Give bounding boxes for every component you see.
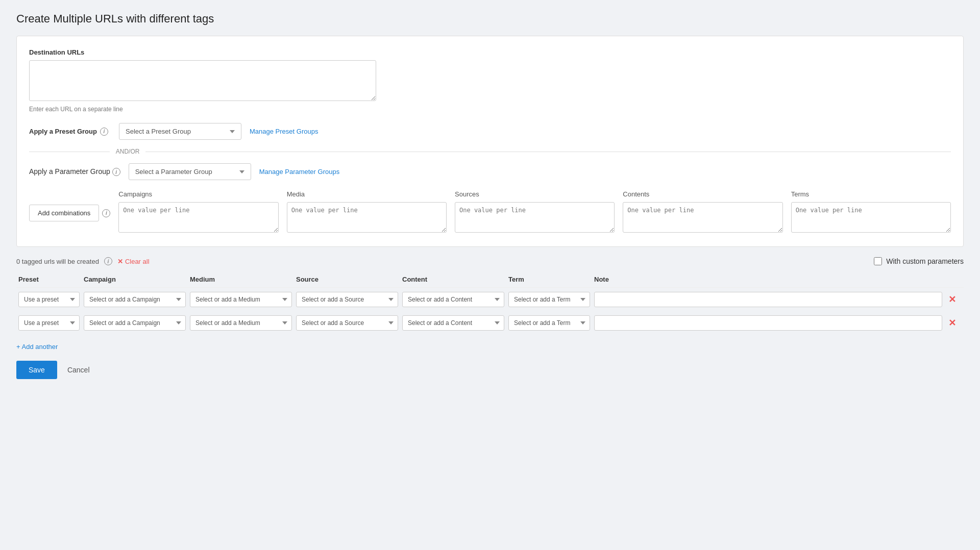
custom-params-checkbox[interactable] <box>874 257 882 265</box>
combinations-section: Add combinations i Campaigns Media Sourc… <box>29 190 951 234</box>
combo-col-header: Campaigns <box>118 190 278 198</box>
combo-col-header: Terms <box>791 190 951 198</box>
col-note-header: Note <box>594 276 942 283</box>
destination-label: Destination URLs <box>29 48 951 56</box>
campaign-dropdown-row-1[interactable]: Select or add a Campaign <box>84 315 186 331</box>
bottom-actions: Save Cancel <box>16 361 964 379</box>
preset-cell-0: Use a preset <box>18 292 80 307</box>
col-preset-header: Preset <box>18 276 80 283</box>
table-row: Use a presetSelect or add a CampaignSele… <box>16 288 964 311</box>
combo-col-media: Media <box>287 190 447 234</box>
param-group-dropdown[interactable]: Select a Parameter Group <box>129 163 251 180</box>
combo-textarea-4[interactable] <box>791 202 951 233</box>
param-group-info-icon[interactable]: i <box>112 168 120 176</box>
combo-textarea-2[interactable] <box>455 202 615 233</box>
note-input-row-0[interactable] <box>594 292 942 307</box>
add-combinations-button[interactable]: Add combinations <box>29 205 99 221</box>
delete-cell-1: ✕ <box>946 317 962 329</box>
medium-cell-1: Select or add a Medium <box>190 315 292 331</box>
medium-cell-0: Select or add a Medium <box>190 292 292 307</box>
combo-textarea-3[interactable] <box>623 202 782 233</box>
combo-textarea-1[interactable] <box>287 202 447 233</box>
add-combos-area: Add combinations i <box>29 205 110 221</box>
combinations-info-icon[interactable]: i <box>102 209 110 217</box>
combo-col-header: Sources <box>455 190 615 198</box>
combo-col-terms: Terms <box>791 190 951 234</box>
page-container: Create Multiple URLs with different tags… <box>0 0 980 391</box>
table-rows-container: Use a presetSelect or add a CampaignSele… <box>16 288 964 335</box>
campaign-dropdown-row-0[interactable]: Select or add a Campaign <box>84 292 186 307</box>
note-cell-1 <box>594 315 942 331</box>
delete-row-button-0[interactable]: ✕ <box>946 294 958 305</box>
term-cell-1: Select or add a Term <box>508 315 590 331</box>
page-title: Create Multiple URLs with different tags <box>16 12 964 26</box>
table-header-row: Preset Campaign Medium Source Content Te… <box>16 271 964 288</box>
combo-col-sources: Sources <box>455 190 615 234</box>
combo-col-header: Contents <box>623 190 782 198</box>
andor-text: AND/OR <box>116 148 140 155</box>
medium-dropdown-row-1[interactable]: Select or add a Medium <box>190 315 292 331</box>
param-group-section: Apply a Parameter Group i Select a Param… <box>29 163 951 180</box>
term-dropdown-row-1[interactable]: Select or add a Term <box>508 315 590 331</box>
col-term-header: Term <box>508 276 590 283</box>
table-top-bar: 0 tagged urls will be created i ✕ Clear … <box>16 257 964 265</box>
combo-col-contents: Contents <box>623 190 782 234</box>
param-group-label: Apply a Parameter Group <box>29 167 110 176</box>
combo-col-header: Media <box>287 190 447 198</box>
destination-hint: Enter each URL on a separate line <box>29 106 951 113</box>
custom-params-label: With custom parameters <box>886 257 964 265</box>
combo-col-campaigns: Campaigns <box>118 190 278 234</box>
destination-textarea[interactable] <box>29 60 376 101</box>
cancel-button[interactable]: Cancel <box>63 361 94 379</box>
preset-group-section: Apply a Preset Group i Select a Preset G… <box>29 123 951 140</box>
term-cell-0: Select or add a Term <box>508 292 590 307</box>
tagged-urls-count: 0 tagged urls will be created <box>16 258 99 265</box>
note-input-row-1[interactable] <box>594 315 942 331</box>
campaign-cell-0: Select or add a Campaign <box>84 292 186 307</box>
table-section: 0 tagged urls will be created i ✕ Clear … <box>16 257 964 379</box>
manage-param-groups-link[interactable]: Manage Parameter Groups <box>259 168 340 176</box>
content-cell-0: Select or add a Content <box>402 292 504 307</box>
term-dropdown-row-0[interactable]: Select or add a Term <box>508 292 590 307</box>
preset-cell-1: Use a preset <box>18 315 80 331</box>
source-cell-0: Select or add a Source <box>296 292 398 307</box>
medium-dropdown-row-0[interactable]: Select or add a Medium <box>190 292 292 307</box>
table-row: Use a presetSelect or add a CampaignSele… <box>16 311 964 335</box>
preset-dropdown-row-0[interactable]: Use a preset <box>18 292 80 307</box>
combo-textarea-0[interactable] <box>118 202 278 233</box>
preset-group-dropdown[interactable]: Select a Preset Group <box>119 123 241 140</box>
preset-group-info-icon[interactable]: i <box>100 128 108 136</box>
tagged-urls-info-icon[interactable]: i <box>104 257 112 265</box>
delete-row-button-1[interactable]: ✕ <box>946 317 958 329</box>
col-medium-header: Medium <box>190 276 292 283</box>
preset-group-label: Apply a Preset Group <box>29 128 97 135</box>
custom-params-area: With custom parameters <box>874 257 964 265</box>
add-another-link[interactable]: + Add another <box>16 343 58 351</box>
col-source-header: Source <box>296 276 398 283</box>
campaign-cell-1: Select or add a Campaign <box>84 315 186 331</box>
main-card: Destination URLs Enter each URL on a sep… <box>16 36 964 247</box>
content-dropdown-row-0[interactable]: Select or add a Content <box>402 292 504 307</box>
clear-all-x-icon: ✕ <box>117 258 123 265</box>
delete-cell-0: ✕ <box>946 294 962 305</box>
col-campaign-header: Campaign <box>84 276 186 283</box>
content-cell-1: Select or add a Content <box>402 315 504 331</box>
destination-section: Destination URLs Enter each URL on a sep… <box>29 48 951 113</box>
note-cell-0 <box>594 292 942 307</box>
source-dropdown-row-1[interactable]: Select or add a Source <box>296 315 398 331</box>
clear-all-link[interactable]: ✕ Clear all <box>117 258 150 265</box>
param-group-label-area: Apply a Parameter Group i <box>29 167 120 177</box>
source-dropdown-row-0[interactable]: Select or add a Source <box>296 292 398 307</box>
preset-dropdown-row-1[interactable]: Use a preset <box>18 315 80 331</box>
content-dropdown-row-1[interactable]: Select or add a Content <box>402 315 504 331</box>
table-top-left: 0 tagged urls will be created i ✕ Clear … <box>16 257 150 265</box>
col-content-header: Content <box>402 276 504 283</box>
save-button[interactable]: Save <box>16 361 57 379</box>
andor-divider: AND/OR <box>29 148 951 155</box>
preset-group-label-area: Apply a Preset Group i <box>29 128 111 136</box>
source-cell-1: Select or add a Source <box>296 315 398 331</box>
manage-preset-groups-link[interactable]: Manage Preset Groups <box>250 128 318 135</box>
combo-columns: Campaigns Media Sources Contents Terms <box>118 190 951 234</box>
